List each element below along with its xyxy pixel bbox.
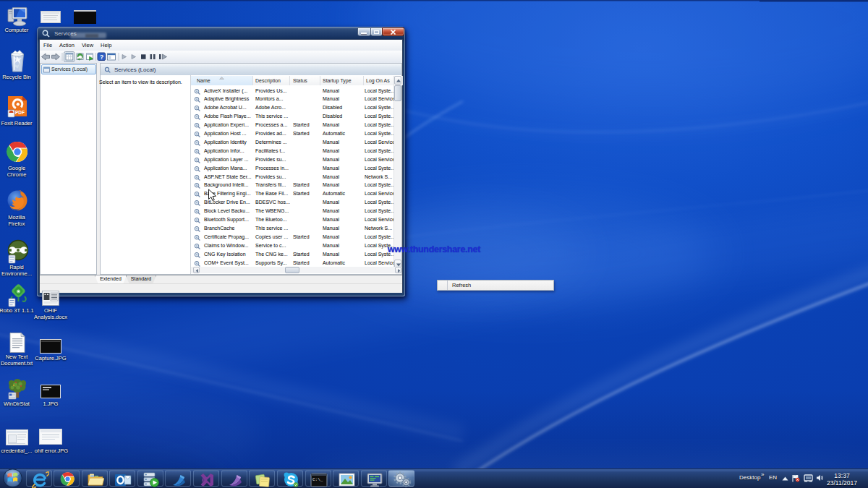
svg-text:PDF: PDF (15, 110, 25, 115)
svg-text:C:\_: C:\_ (312, 477, 323, 482)
svg-text:?: ? (100, 53, 103, 61)
